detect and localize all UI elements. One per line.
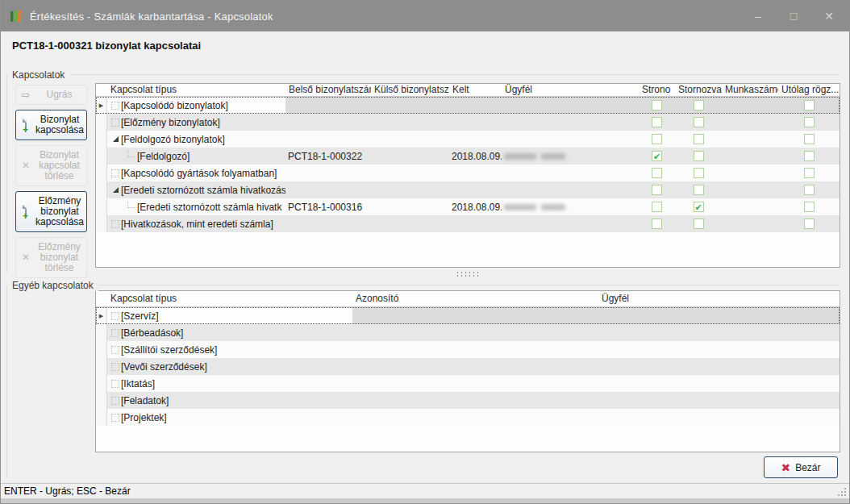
cell-ugyfel[interactable] [598,341,840,358]
splitter-handle[interactable] [95,268,840,280]
cell-utolag-rogzitett[interactable] [778,198,840,215]
cell-kelt[interactable]: 2018.08.09. [449,198,502,215]
cell-azonosito[interactable] [352,341,598,358]
stornozva-checkbox[interactable] [694,134,704,144]
stornozva-checkbox[interactable] [694,151,704,161]
cell-ugyfel[interactable] [502,114,639,131]
expander-icon[interactable] [110,187,121,193]
expander-icon[interactable] [110,136,121,142]
strono-checkbox[interactable] [652,117,662,127]
utolag-checkbox[interactable] [804,134,815,144]
strono-checkbox[interactable] [652,202,662,212]
cell-kelt[interactable] [449,165,502,181]
stornozva-checkbox[interactable] [694,185,704,195]
maximize-button[interactable]: □ [781,6,806,26]
cell-ugyfel[interactable] [502,198,639,215]
column-header-1[interactable]: Kapcsolat típus [107,84,285,96]
cell-azonosito[interactable] [352,307,598,324]
cell-utolag-rogzitett[interactable] [778,215,840,232]
cell-strono[interactable] [639,114,675,131]
cell-kapcsolat-tipus[interactable]: [Bérbeadások] [107,324,352,341]
cell-kulso-bizonylatszam[interactable] [371,148,449,165]
cell-utolag-rogzitett[interactable] [778,114,840,131]
cell-kelt[interactable] [449,181,502,198]
cell-ugyfel[interactable] [502,181,639,198]
table-row[interactable]: [Kapcsolódó gyártások folyamatban] [96,165,840,181]
cell-kelt[interactable] [449,131,502,148]
cell-strono[interactable] [639,131,675,148]
cell-utolag-rogzitett[interactable] [778,181,840,198]
cell-kapcsolat-tipus[interactable]: [Eredeti sztornózott számla hivatk [107,198,285,215]
sidebar-button-2[interactable]: +Bizonylat kapcsolása [15,110,87,140]
cell-stornozva[interactable] [675,215,722,232]
cell-ugyfel[interactable] [598,324,840,341]
cell-stornozva[interactable] [675,148,722,165]
column-header-1[interactable]: Kapcsolat típus [107,291,352,306]
cell-strono[interactable] [639,165,675,181]
cell-munkaszamok[interactable] [722,97,778,114]
cell-belso-bizonylatszam[interactable] [285,97,371,114]
cell-ugyfel[interactable] [598,409,840,426]
cell-kapcsolat-tipus[interactable]: [Projektek] [107,409,352,426]
stornozva-checkbox[interactable] [694,202,704,212]
column-header-5[interactable]: Ügyfél [502,84,639,96]
stornozva-checkbox[interactable] [694,168,704,178]
cell-ugyfel[interactable] [598,392,840,409]
cell-azonosito[interactable] [352,358,598,375]
cell-munkaszamok[interactable] [722,131,778,148]
cell-ugyfel[interactable] [598,307,840,324]
cell-munkaszamok[interactable] [722,198,778,215]
table-row[interactable]: [Vevői szerződések] [96,358,840,375]
cell-strono[interactable] [639,181,675,198]
cell-munkaszamok[interactable] [722,165,778,181]
cell-belso-bizonylatszam[interactable]: PCT18-1-000322 [285,148,371,165]
strono-checkbox[interactable] [652,168,662,178]
utolag-checkbox[interactable] [804,151,815,161]
cell-kapcsolat-tipus[interactable]: [Előzmény bizonylatok] [107,114,285,131]
cell-kapcsolat-tipus[interactable]: [Hivatkozások, mint eredeti számla] [107,215,285,232]
cell-kapcsolat-tipus[interactable]: [Vevői szerződések] [107,358,352,375]
cell-stornozva[interactable] [675,97,722,114]
cell-munkaszamok[interactable] [722,148,778,165]
table-row[interactable]: [Eredeti sztornózott számla hivatkozás] [96,181,840,198]
stornozva-checkbox[interactable] [694,117,704,127]
cell-munkaszamok[interactable] [722,215,778,232]
table-row[interactable]: [Szállítói szerződések] [96,341,840,358]
sidebar-button-1[interactable]: ⇨Ugrás [15,85,87,105]
cell-kulso-bizonylatszam[interactable] [371,215,449,232]
strono-checkbox[interactable] [652,185,662,195]
cell-kulso-bizonylatszam[interactable] [371,181,449,198]
cell-munkaszamok[interactable] [722,114,778,131]
cell-utolag-rogzitett[interactable] [778,131,840,148]
close-button[interactable]: ✕ [817,6,841,26]
cell-stornozva[interactable] [675,131,722,148]
cell-kapcsolat-tipus[interactable]: [Iktatás] [107,375,352,392]
cell-kapcsolat-tipus[interactable]: [Feldolgozó] [107,148,285,165]
cell-ugyfel[interactable] [502,148,639,165]
table-row[interactable]: [Bérbeadások] [96,324,840,341]
utolag-checkbox[interactable] [804,117,815,127]
column-header-6[interactable]: Strono [639,84,675,96]
cell-kulso-bizonylatszam[interactable] [371,165,449,181]
cell-kapcsolat-tipus[interactable]: [Kapcsolódó bizonylatok] [107,97,285,114]
column-header-7[interactable]: Stornozva [675,84,722,96]
strono-checkbox[interactable] [652,219,662,229]
cell-kapcsolat-tipus[interactable]: [Kapcsolódó gyártások folyamatban] [107,165,285,181]
table-row[interactable]: [Eredeti sztornózott számla hivatkPCT18-… [96,198,840,215]
cell-strono[interactable] [639,148,675,165]
cell-kapcsolat-tipus[interactable]: [Szállítói szerződések] [107,341,352,358]
sidebar-button-4[interactable]: +Előzmény bizonylat kapcsolása [15,191,87,232]
utolag-checkbox[interactable] [804,185,815,195]
utolag-checkbox[interactable] [804,100,815,110]
cell-stornozva[interactable] [675,165,722,181]
cell-belso-bizonylatszam[interactable] [285,114,371,131]
cell-utolag-rogzitett[interactable] [778,148,840,165]
strono-checkbox[interactable] [652,134,662,144]
cell-azonosito[interactable] [352,324,598,341]
cell-belso-bizonylatszam[interactable] [285,215,371,232]
stornozva-checkbox[interactable] [694,100,704,110]
cell-stornozva[interactable] [675,181,722,198]
column-header-8[interactable]: Munkaszámok [722,84,778,96]
cell-kapcsolat-tipus[interactable]: [Feladatok] [107,392,352,409]
stornozva-checkbox[interactable] [694,219,704,229]
